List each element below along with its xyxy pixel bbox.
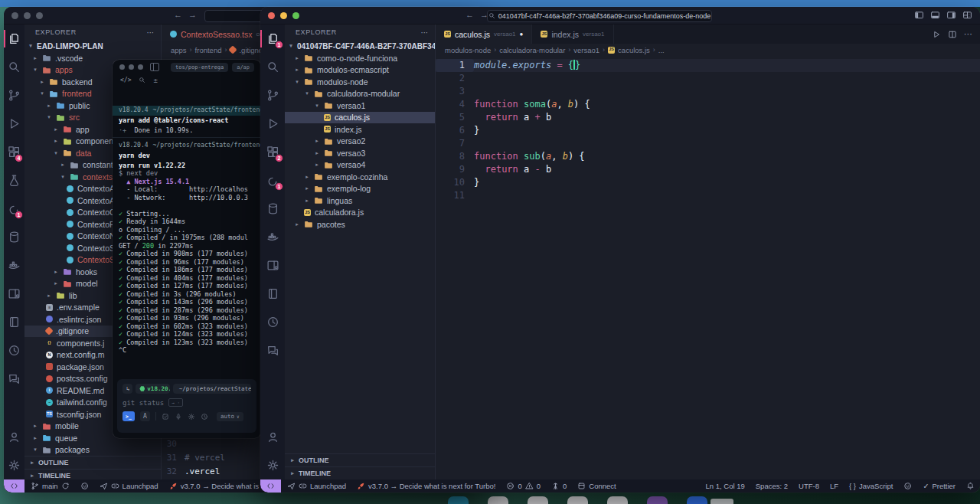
tree-item[interactable]: ▾modulos-node — [285, 76, 435, 88]
ext-icon[interactable]: 2 — [260, 138, 285, 166]
status-item[interactable]: Spaces: 2 — [750, 479, 793, 493]
toggle-panel-left-icon[interactable] — [914, 10, 924, 20]
terminal-input-block[interactable]: ↳ v18.20.4 ~/projetos/reactState/fro git… — [117, 379, 256, 433]
timeline-panel[interactable]: ▸ TIMELINE — [285, 466, 435, 479]
clock-icon[interactable] — [4, 336, 24, 365]
tree-item[interactable]: ▸versao2 — [285, 136, 435, 148]
dock-app-icon[interactable] — [528, 496, 548, 504]
status-item[interactable]: UTF-8 — [793, 479, 825, 493]
minimize-button[interactable] — [129, 64, 134, 70]
tab-caculos-js[interactable]: JScaculos.jsversao1● — [436, 25, 532, 44]
toggle-panel-bottom-icon[interactable] — [930, 10, 940, 20]
status-item[interactable]: ✓Prettier — [917, 479, 961, 493]
status-item[interactable] — [260, 479, 281, 493]
more-actions-button[interactable]: ⋯ — [964, 29, 972, 39]
status-item[interactable] — [4, 479, 24, 493]
maximize-button[interactable] — [292, 12, 299, 19]
layout-icon[interactable] — [4, 280, 24, 308]
breadcrumb-item[interactable]: apps — [171, 46, 187, 54]
breadcrumb-item[interactable]: calculadora-modular — [499, 46, 565, 54]
gear-icon[interactable] — [4, 451, 24, 479]
status-item[interactable]: 0 — [546, 479, 572, 493]
git-icon[interactable] — [4, 81, 24, 110]
status-item[interactable] — [75, 479, 94, 493]
tree-item[interactable]: ▾packages — [24, 444, 161, 457]
terminal-icon[interactable]: >_ — [122, 411, 135, 421]
close-button[interactable] — [11, 12, 18, 19]
tree-item[interactable]: ▾calculadora-modular — [285, 88, 435, 100]
breadcrumb-item[interactable]: modulos-node — [445, 46, 491, 54]
tree-item[interactable]: ▸como-o-node-funciona — [285, 52, 435, 64]
docker-icon[interactable] — [4, 251, 24, 280]
plus-minus-icon[interactable]: ± — [153, 77, 157, 84]
window-controls[interactable] — [11, 12, 43, 19]
person-icon[interactable] — [4, 423, 24, 451]
breadcrumb-item[interactable]: JScaculos.js — [608, 46, 650, 54]
outline-panel[interactable]: ▸ OUTLINE — [24, 456, 161, 469]
minimize-button[interactable] — [280, 12, 287, 19]
gear-icon[interactable] — [188, 413, 195, 421]
status-item[interactable] — [898, 479, 917, 493]
cwd-chip[interactable]: ~/projetos/reactState/fro — [173, 384, 251, 394]
dock-app-icon[interactable] — [607, 496, 628, 504]
tree-item[interactable]: JScalculadora.js — [285, 207, 435, 219]
status-item[interactable]: LF — [825, 479, 844, 493]
status-item[interactable]: Launchpad — [94, 479, 164, 493]
toggle-panel-right-icon[interactable] — [946, 10, 956, 20]
chat-icon[interactable] — [260, 336, 285, 365]
tab-index-js[interactable]: JSindex.jsversao1 — [532, 25, 613, 44]
tree-item[interactable]: JScaculos.js — [285, 112, 435, 124]
debug-icon[interactable] — [260, 110, 285, 138]
window-controls[interactable] — [268, 12, 299, 19]
clock-icon[interactable] — [201, 413, 208, 421]
close-button[interactable] — [268, 12, 275, 19]
book-icon[interactable] — [260, 280, 285, 308]
maximize-button[interactable] — [138, 64, 143, 70]
status-item[interactable]: Launchpad — [282, 479, 351, 493]
more-actions-icon[interactable]: ⋯ — [146, 28, 155, 37]
tree-item[interactable]: ▸modulos-ecmascript — [285, 64, 435, 77]
tree-item[interactable]: ▸exemplo-log — [285, 183, 435, 195]
layout-icon[interactable] — [260, 251, 285, 280]
return-icon[interactable]: ↳ — [122, 384, 132, 394]
status-item[interactable]: { }JavaScript — [844, 479, 898, 493]
tree-item[interactable]: ▾versao1 — [285, 100, 435, 112]
dock-app-icon[interactable] — [710, 499, 733, 504]
status-item[interactable] — [961, 479, 980, 493]
split-editor-button[interactable] — [948, 30, 957, 39]
dock-app-icon[interactable] — [567, 496, 588, 504]
sidebar-toggle-icon[interactable] — [150, 63, 159, 71]
chat-icon[interactable] — [4, 365, 24, 393]
close-button[interactable] — [119, 64, 125, 70]
customize-layout-icon[interactable] — [962, 10, 972, 20]
workspace-root[interactable]: ▾ 041047BF-C4F7-446A-B2F7-370ABF346A... — [285, 40, 435, 52]
tree-item[interactable]: ▸pacotes — [285, 218, 435, 231]
search-icon[interactable] — [4, 53, 24, 81]
code-icon[interactable]: </> — [120, 77, 131, 83]
tree-item[interactable]: JSindex.js — [285, 123, 435, 136]
clock-icon[interactable] — [260, 308, 285, 336]
more-actions-icon[interactable]: ⋯ — [420, 28, 429, 37]
files-icon[interactable]: 1 — [260, 25, 285, 53]
db-icon[interactable] — [260, 195, 285, 223]
tree-item[interactable]: ▸versao3 — [285, 147, 435, 159]
gear-icon[interactable] — [260, 451, 285, 479]
hook-icon[interactable]: 1 — [4, 195, 24, 223]
forward-button[interactable]: → — [188, 10, 197, 19]
workspace-root[interactable]: ▾ EAD-LIMPO-PLAN — [24, 40, 161, 52]
back-button[interactable]: ← — [466, 10, 474, 19]
tree-item[interactable]: ▸versao4 — [285, 159, 435, 172]
book-icon[interactable] — [4, 308, 24, 336]
outline-panel[interactable]: ▸ OUTLINE — [285, 453, 435, 466]
person-icon[interactable] — [260, 423, 285, 451]
git-icon[interactable] — [260, 81, 285, 110]
db-icon[interactable] — [4, 223, 24, 251]
back-button[interactable]: ← — [174, 10, 182, 19]
search-icon[interactable] — [260, 53, 285, 81]
tree-item[interactable]: ▸linguas — [285, 195, 435, 207]
dock-app-icon[interactable] — [687, 496, 707, 504]
docker-icon[interactable] — [260, 223, 285, 251]
checkbox-icon[interactable] — [162, 413, 169, 421]
ai-button[interactable]: A — [140, 411, 150, 421]
dock-app-icon[interactable] — [448, 496, 469, 504]
